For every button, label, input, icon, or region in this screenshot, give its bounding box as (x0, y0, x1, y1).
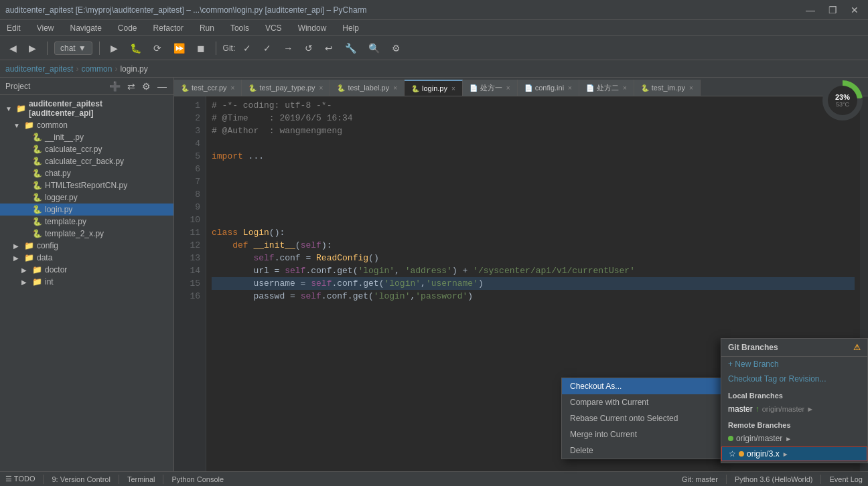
git-update-button[interactable]: ↺ (301, 40, 317, 56)
git-branch-master[interactable]: master ↑ origin/master ► (721, 402, 867, 416)
git-new-branch-button[interactable]: + New Branch (721, 357, 867, 372)
menubar-item-run[interactable]: Run (196, 22, 218, 34)
vc-label: 9: Version Control (52, 475, 110, 483)
code-line-14: url = self.conf.get('login', 'address') … (212, 264, 855, 277)
menubar-item-edit[interactable]: Edit (3, 22, 25, 34)
tab-close-test-im[interactable]: × (689, 84, 693, 92)
line-numbers: 1234 5678 9101112 13141516 (174, 96, 206, 471)
statusbar-vc[interactable]: 9: Version Control (52, 475, 110, 483)
tree-item-data[interactable]: ▶ 📁 data (0, 252, 173, 264)
sidebar-settings-icon[interactable]: ⚙ (141, 80, 152, 93)
menubar-item-view[interactable]: View (33, 22, 58, 34)
statusbar-python-console[interactable]: Python Console (171, 475, 224, 483)
git-branch-origin-3x[interactable]: ☆ origin/3.x ► (721, 447, 867, 461)
tab-test-label[interactable]: 🐍 test_label.py × (330, 80, 405, 96)
menubar-item-code[interactable]: Code (114, 22, 141, 34)
ctx-rebase[interactable]: Rebase Current onto Selected (562, 410, 721, 426)
tab-test-ccr[interactable]: 🐍 test_ccr.py × (174, 80, 242, 96)
tree-item-logger[interactable]: 🐍 logger.py (0, 191, 173, 204)
cpu-indicator: 23% 53°C (822, 80, 863, 120)
tab-close-test-pay-type[interactable]: × (319, 84, 323, 92)
debug-button[interactable]: 🐛 (126, 40, 145, 56)
chat-dropdown-arrow: ▼ (78, 44, 86, 53)
breadcrumb: auditcenter_apitest › common › login.py (0, 60, 868, 78)
search-button[interactable]: 🔍 (364, 40, 384, 56)
git-remote-branches-section: Remote Branches (721, 418, 867, 432)
ctx-checkout-as[interactable]: Checkout As... (562, 378, 721, 394)
ctx-delete[interactable]: Delete (562, 442, 721, 459)
statusbar-sep1 (43, 475, 44, 484)
tree-item-init[interactable]: 🐍 __init__.py (0, 131, 173, 143)
sidebar-sync-button[interactable]: ⇄ (126, 80, 137, 93)
close-button[interactable]: ✕ (847, 3, 863, 17)
stop-button[interactable]: ◼ (193, 40, 209, 56)
tree-item-int[interactable]: ▶ 📁 int (0, 276, 173, 288)
ctx-compare[interactable]: Compare with Current (562, 394, 721, 410)
tab-chufang1[interactable]: 📄 处方一 × (463, 80, 518, 96)
tab-config[interactable]: 📄 config.ini × (518, 80, 579, 96)
tab-close-chufang2[interactable]: × (623, 84, 627, 92)
statusbar-git[interactable]: Git: master (682, 475, 718, 483)
chat-dropdown[interactable]: chat ▼ (54, 42, 92, 55)
menubar-item-tools[interactable]: Tools (226, 22, 253, 34)
run-config-button[interactable]: ⟳ (149, 40, 165, 56)
git-checkout-tag-button[interactable]: Checkout Tag or Revision... (721, 372, 867, 386)
tree-item-login[interactable]: 🐍 login.py (0, 204, 173, 216)
tree-item-calc-ccr[interactable]: 🐍 calculate_ccr.py (0, 143, 173, 155)
maximize-button[interactable]: ❐ (824, 3, 841, 17)
tree-item-common[interactable]: ▼ 📁 common (0, 119, 173, 131)
git-branches-warning: ⚠ (853, 343, 861, 352)
git-revert-button[interactable]: ↩ (321, 40, 337, 56)
menubar-item-help[interactable]: Help (338, 22, 363, 34)
cpu-temp: 53°C (836, 101, 849, 108)
git-wrench-button[interactable]: 🔧 (341, 40, 360, 56)
tree-item-chat[interactable]: 🐍 chat.py (0, 167, 173, 179)
statusbar-todo[interactable]: ☰ TODO (5, 475, 35, 483)
tab-close-chufang1[interactable]: × (506, 84, 510, 92)
menubar-item-window[interactable]: Window (294, 22, 331, 34)
tab-close-login[interactable]: × (451, 85, 455, 92)
code-line-9 (212, 201, 855, 214)
tab-close-test-label[interactable]: × (393, 84, 397, 92)
tab-login[interactable]: 🐍 login.py × (405, 80, 463, 96)
breadcrumb-folder[interactable]: common (81, 64, 112, 74)
forward-button[interactable]: ▶ (25, 40, 40, 56)
statusbar-terminal[interactable]: Terminal (127, 475, 155, 483)
back-button[interactable]: ◀ (5, 40, 21, 56)
sidebar-title: Project (5, 82, 104, 91)
settings-button[interactable]: ⚙ (388, 40, 405, 56)
tab-test-pay-type[interactable]: 🐍 test_pay_type.py × (242, 80, 330, 96)
git-branch-origin-master[interactable]: origin/master ► (721, 432, 867, 445)
toolbar-separator-1 (47, 42, 48, 55)
tree-item-calc-ccr-back[interactable]: 🐍 calculate_ccr_back.py (0, 155, 173, 167)
menubar-item-navigate[interactable]: Navigate (66, 22, 105, 34)
statusbar-event-log[interactable]: Event Log (829, 475, 863, 483)
tree-item-template[interactable]: 🐍 template.py (0, 216, 173, 228)
sidebar-collapse-button[interactable]: — (156, 80, 168, 93)
git-status-label: Git: master (682, 475, 718, 483)
menubar-item-vcs[interactable]: VCS (261, 22, 286, 34)
tree-item-root[interactable]: ▼ 📁 auditcenter_apitest [auditcenter_api… (0, 98, 173, 119)
tree-item-config[interactable]: ▶ 📁 config (0, 240, 173, 252)
tab-test-im[interactable]: 🐍 test_im.py × (634, 80, 701, 96)
git-branches-title: Git Branches (728, 343, 778, 352)
tree-item-doctor[interactable]: ▶ 📁 doctor (0, 264, 173, 276)
tab-close-test-ccr[interactable]: × (231, 84, 235, 92)
tree-label-config: config (37, 241, 58, 250)
step-over-button[interactable]: ⏩ (169, 40, 189, 56)
git-push-button[interactable]: → (279, 40, 297, 56)
tree-label-login: login.py (45, 205, 72, 214)
breadcrumb-project[interactable]: auditcenter_apitest (5, 64, 73, 74)
tab-chufang2[interactable]: 📄 处方二 × (579, 80, 634, 96)
sidebar-add-button[interactable]: ➕ (108, 80, 122, 93)
git-check-button[interactable]: ✓ (239, 40, 255, 56)
statusbar-python-ver[interactable]: Python 3.6 (HelloWorld) (735, 475, 813, 483)
ctx-merge[interactable]: Merge into Current (562, 426, 721, 442)
run-button[interactable]: ▶ (106, 40, 122, 56)
minimize-button[interactable]: — (802, 3, 819, 17)
git-check2-button[interactable]: ✓ (259, 40, 275, 56)
tree-item-template2x[interactable]: 🐍 template_2_x.py (0, 228, 173, 240)
menubar-item-refactor[interactable]: Refactor (149, 22, 188, 34)
tab-close-config[interactable]: × (568, 84, 572, 92)
tree-item-html-report[interactable]: 🐍 HTMLTestReportCN.py (0, 179, 173, 191)
